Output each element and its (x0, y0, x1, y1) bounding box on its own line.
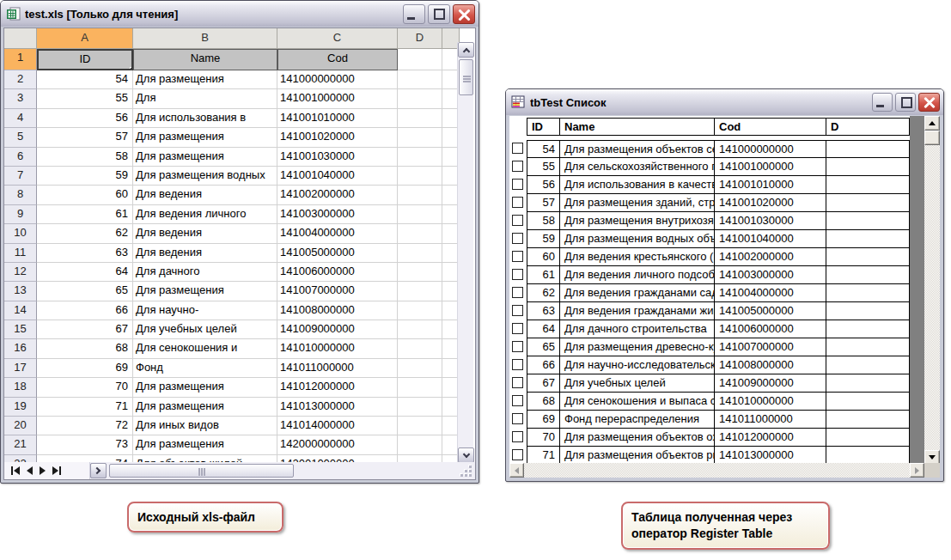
maximize-button[interactable] (428, 4, 450, 24)
cell-id[interactable]: 71 (37, 398, 133, 417)
cell-d[interactable] (398, 282, 442, 301)
column-header-cod[interactable]: Cod (715, 119, 826, 135)
table-row[interactable]: 55Для сельскохозяйственного г14100100000… (509, 158, 910, 176)
cell-id[interactable]: 62 (37, 224, 133, 243)
cell-cod[interactable]: 141001020000 (277, 128, 398, 147)
cell-id[interactable]: 56 (37, 109, 133, 128)
cell-name[interactable]: Для сенокошения и (133, 339, 277, 358)
cell-cod[interactable]: 141001040000 (277, 167, 398, 186)
cell-cod[interactable]: 141004000000 (277, 224, 398, 243)
cell-cod[interactable]: 141010000000 (277, 339, 398, 358)
row-header-17[interactable]: 17 (4, 359, 37, 378)
column-header-name[interactable]: Name (560, 119, 715, 135)
cell-d[interactable] (398, 89, 442, 108)
close-button[interactable] (453, 4, 475, 24)
cell-cod[interactable]: 141007000000 (277, 282, 398, 301)
row-checkbox[interactable] (512, 197, 523, 208)
cell-cod[interactable]: 141005000000 (277, 244, 398, 263)
row-checkbox[interactable] (512, 179, 523, 190)
cell-cod[interactable]: 141014000000 (277, 417, 398, 435)
table-row[interactable]: 60Для ведения крестьянского (14100200000… (509, 248, 910, 266)
cell-cod[interactable]: 141008000000 (277, 301, 398, 320)
row-header-13[interactable]: 13 (4, 282, 37, 301)
table-row[interactable]: 71Для размещения объектов ры141013000000 (509, 447, 910, 465)
cell-d[interactable] (398, 378, 442, 397)
cell-a1-id[interactable]: ID (37, 49, 133, 70)
cell-cod[interactable]: 141002000000 (277, 186, 398, 204)
row-checkbox[interactable] (512, 413, 523, 424)
cell-id[interactable]: 65 (37, 282, 133, 301)
row-header-20[interactable]: 20 (4, 417, 37, 435)
table-row[interactable]: 62Для ведения гражданами сад141004000000 (509, 284, 910, 302)
cell-id[interactable]: 67 (37, 320, 133, 339)
scroll-right-button[interactable] (90, 463, 107, 478)
cell-d[interactable] (398, 167, 442, 186)
cell-d[interactable] (398, 109, 442, 128)
cell-name[interactable]: Для (133, 89, 277, 108)
cell-id[interactable]: 55 (37, 89, 133, 108)
excel-titlebar[interactable]: test.xls [Только для чтения] (1, 1, 479, 27)
cell-name[interactable]: Для размещения (133, 148, 277, 167)
column-header-id[interactable]: ID (527, 119, 560, 135)
row-checkbox[interactable] (512, 431, 523, 442)
row-checkbox[interactable] (512, 269, 523, 280)
column-header-b[interactable]: B (133, 28, 277, 49)
cell-id[interactable]: 69 (37, 359, 133, 378)
row-header-8[interactable]: 8 (4, 186, 37, 204)
cell-name[interactable]: Для размещения (133, 378, 277, 397)
cell-name[interactable]: Для размещения (133, 128, 277, 147)
resize-grip[interactable] (458, 463, 473, 478)
cell-d[interactable] (398, 244, 442, 263)
cell-d[interactable] (398, 128, 442, 147)
row-checkbox[interactable] (512, 287, 523, 298)
column-header-d[interactable]: D (826, 119, 910, 135)
table-row[interactable]: 57Для размещения зданий, стр141001020000 (509, 194, 910, 212)
row-checkbox[interactable] (512, 377, 523, 388)
cell-id[interactable]: 73 (37, 435, 133, 454)
cell-id[interactable]: 59 (37, 167, 133, 186)
row-header-3[interactable]: 3 (4, 89, 37, 108)
cell-id[interactable]: 64 (37, 263, 133, 282)
row-header-5[interactable]: 5 (4, 128, 37, 147)
sheet-nav-prev-button[interactable] (27, 466, 33, 475)
cell-name[interactable]: Для дачного (133, 263, 277, 282)
minimize-button[interactable] (872, 93, 893, 112)
horizontal-scrollbar[interactable] (509, 463, 924, 478)
row-checkbox[interactable] (512, 341, 523, 352)
table-row[interactable]: 56Для использования в качеств14100101000… (509, 176, 910, 194)
table-row[interactable]: 69Фонд перераспределения141011000000 (509, 411, 910, 429)
table-row[interactable]: 63Для ведения гражданами жив141005000000 (509, 302, 910, 320)
row-header-4[interactable]: 4 (4, 109, 37, 128)
cell-d[interactable] (398, 186, 442, 204)
cell-name[interactable]: Для использования в (133, 109, 277, 128)
cell-cod[interactable]: 141012000000 (277, 378, 398, 397)
cell-c1-cod[interactable]: Cod (277, 49, 398, 70)
row-checkbox[interactable] (512, 251, 523, 262)
cell-d[interactable] (398, 339, 442, 358)
scroll-down-button[interactable] (458, 447, 474, 463)
close-button[interactable] (918, 93, 940, 112)
row-checkbox[interactable] (512, 161, 523, 172)
cell-d[interactable] (398, 320, 442, 339)
cell-id[interactable]: 70 (37, 378, 133, 397)
sheet-nav-first-button[interactable] (11, 466, 20, 475)
cell-id[interactable]: 61 (37, 205, 133, 224)
row-header-7[interactable]: 7 (4, 167, 37, 186)
cell-cod[interactable]: 141000000000 (277, 70, 398, 89)
cell-id[interactable]: 63 (37, 244, 133, 263)
row-header-11[interactable]: 11 (4, 244, 37, 263)
row-checkbox[interactable] (512, 395, 523, 406)
vertical-scroll-thumb[interactable] (924, 131, 940, 145)
cell-d[interactable] (398, 263, 442, 282)
cell-d[interactable] (398, 70, 442, 89)
horizontal-scroll-thumb[interactable] (109, 464, 294, 478)
cell-name[interactable]: Для размещения (133, 70, 277, 89)
table-row[interactable]: 61Для ведения личного подсоб141003000000 (509, 266, 910, 284)
row-checkbox[interactable] (512, 215, 523, 226)
cell-cod[interactable]: 142000000000 (277, 435, 398, 454)
cell-d[interactable] (398, 148, 442, 167)
row-checkbox[interactable] (512, 359, 523, 370)
cell-d[interactable] (398, 224, 442, 243)
cell-cod[interactable]: 141001010000 (277, 109, 398, 128)
cell-d[interactable] (398, 398, 442, 417)
